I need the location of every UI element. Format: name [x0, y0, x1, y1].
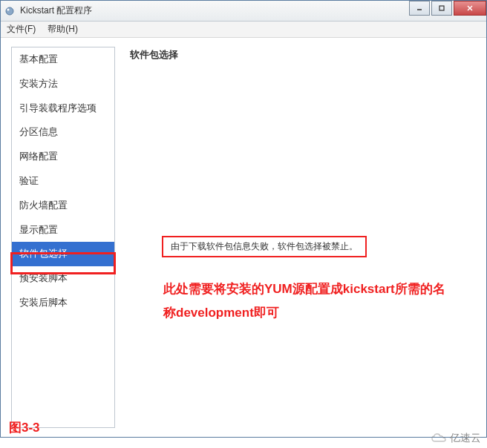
maximize-button[interactable] [431, 1, 452, 16]
titlebar: Kickstart 配置程序 [1, 1, 486, 22]
figure-label: 图3-3 [9, 419, 40, 436]
sidebar-item-preinstall[interactable]: 预安装脚本 [12, 266, 114, 291]
error-message-text: 由于下载软件包信息失败，软件包选择被禁止。 [171, 241, 358, 251]
sidebar-item-partition[interactable]: 分区信息 [12, 120, 114, 145]
sidebar-item-display[interactable]: 显示配置 [12, 218, 114, 243]
sidebar-item-auth[interactable]: 验证 [12, 169, 114, 194]
svg-point-1 [7, 8, 10, 10]
window-title: Kickstart 配置程序 [20, 4, 92, 17]
cloud-icon [431, 432, 447, 444]
close-button[interactable] [454, 1, 486, 16]
menu-help[interactable]: 帮助(H) [48, 23, 78, 36]
sidebar: 基本配置 安装方法 引导装载程序选项 分区信息 网络配置 验证 防火墙配置 显示… [11, 47, 115, 428]
error-message-box: 由于下载软件包信息失败，软件包选择被禁止。 [162, 236, 367, 257]
watermark-text: 亿速云 [450, 432, 481, 445]
svg-rect-3 [439, 6, 444, 10]
sidebar-item-network[interactable]: 网络配置 [12, 145, 114, 169]
app-icon [4, 5, 16, 17]
menu-file[interactable]: 文件(F) [7, 23, 36, 36]
page-title: 软件包选择 [130, 48, 471, 62]
sidebar-item-bootloader[interactable]: 引导装载程序选项 [12, 96, 114, 121]
application-window: Kickstart 配置程序 文件(F) 帮助(H) 基本配置 安装方法 引导装… [0, 0, 487, 438]
window-controls [408, 1, 486, 16]
sidebar-item-basic-config[interactable]: 基本配置 [12, 47, 114, 72]
annotation-text: 此处需要将安装的YUM源配置成kickstart所需的名称development… [163, 277, 445, 326]
minimize-button[interactable] [409, 1, 430, 16]
sidebar-item-package-select[interactable]: 软件包选择 [12, 242, 114, 266]
svg-point-0 [6, 7, 13, 15]
menubar: 文件(F) 帮助(H) [1, 22, 486, 38]
sidebar-item-postinstall[interactable]: 安装后脚本 [12, 291, 114, 315]
watermark: 亿速云 [431, 432, 481, 445]
sidebar-item-install-method[interactable]: 安装方法 [12, 72, 114, 96]
sidebar-item-firewall[interactable]: 防火墙配置 [12, 194, 114, 218]
